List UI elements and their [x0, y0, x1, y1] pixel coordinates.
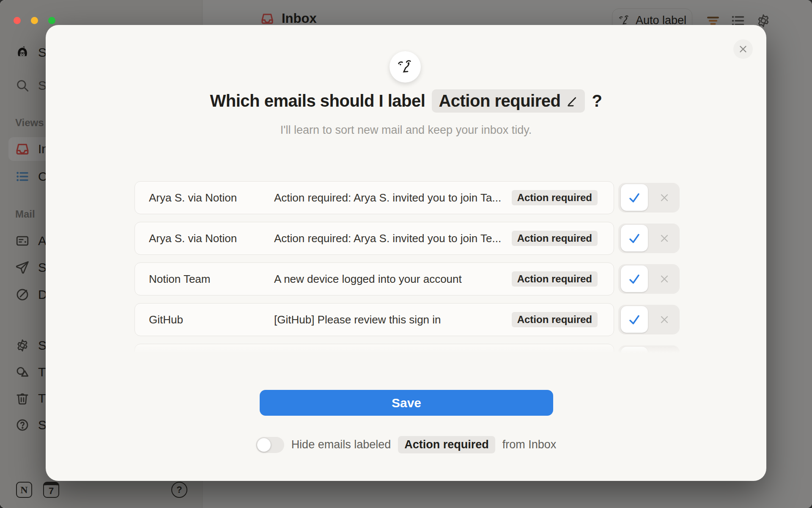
- approve-button[interactable]: [621, 306, 648, 333]
- x-icon: [658, 273, 670, 285]
- email-row: GitHub [GitHub] Please review this sign …: [134, 303, 680, 336]
- approve-button[interactable]: [621, 184, 648, 211]
- hide-labeled-toggle[interactable]: [256, 437, 284, 453]
- edit-pencil-icon: [565, 95, 578, 108]
- email-row: Notion Team A new device logged into you…: [134, 262, 680, 295]
- email-card: [134, 344, 614, 353]
- toggle-text-after: from Inbox: [502, 438, 557, 451]
- email-row: Arya S. via Notion Action required: Arya…: [134, 222, 680, 255]
- face-icon: [396, 58, 414, 76]
- approve-button[interactable]: [621, 225, 648, 251]
- reject-button[interactable]: [651, 306, 678, 333]
- email-row-partial: [134, 344, 680, 353]
- email-card: GitHub [GitHub] Please review this sign …: [134, 303, 614, 336]
- label-decision-control: [618, 345, 680, 353]
- email-example-list: Arya S. via Notion Action required: Arya…: [134, 181, 680, 353]
- label-decision-control: [618, 264, 680, 294]
- dialog-title-question: ?: [592, 91, 602, 110]
- email-label-badge: Action required: [512, 271, 598, 287]
- check-icon: [628, 313, 641, 326]
- email-label-badge: Action required: [512, 231, 598, 246]
- toggle-knob: [257, 438, 271, 452]
- approve-button[interactable]: [621, 265, 648, 292]
- toggle-label-badge: Action required: [398, 436, 495, 453]
- label-decision-control: [618, 305, 680, 334]
- email-subject: Action required: Arya S. invited you to …: [274, 191, 512, 204]
- email-subject: [GitHub] Please review this sign in: [274, 313, 512, 326]
- x-icon: [658, 232, 670, 244]
- label-decision-control: [618, 183, 680, 213]
- email-card: Notion Team A new device logged into you…: [134, 262, 614, 295]
- auto-label-mascot: [390, 51, 421, 83]
- email-card: Arya S. via Notion Action required: Arya…: [134, 181, 614, 214]
- dialog-subtitle: I'll learn to sort new mail and keep you…: [46, 124, 766, 137]
- close-icon: [738, 44, 749, 55]
- email-subject: A new device logged into your account: [274, 273, 512, 286]
- auto-label-dialog: Which emails should I label Action requi…: [46, 25, 766, 481]
- close-window-button[interactable]: [14, 17, 21, 24]
- check-icon: [628, 191, 641, 204]
- email-sender: Arya S. via Notion: [149, 191, 274, 204]
- email-sender: Notion Team: [149, 273, 274, 286]
- email-card: Arya S. via Notion Action required: Arya…: [134, 222, 614, 255]
- x-icon: [658, 314, 670, 326]
- email-label-badge: Action required: [512, 312, 598, 327]
- email-sender: GitHub: [149, 313, 274, 326]
- dialog-title: Which emails should I label Action requi…: [46, 89, 766, 113]
- dialog-title-prefix: Which emails should I label: [210, 91, 425, 110]
- hide-labeled-row: Hide emails labeled Action required from…: [46, 436, 766, 453]
- reject-button[interactable]: [651, 184, 678, 211]
- reject-button[interactable]: [651, 265, 678, 292]
- x-icon: [658, 192, 670, 204]
- email-subject: Action required: Arya S. invited you to …: [274, 232, 512, 245]
- label-decision-control: [618, 224, 680, 253]
- save-button[interactable]: Save: [260, 390, 553, 416]
- email-label-badge: Action required: [512, 190, 598, 205]
- app-window: S S Views In: [0, 0, 812, 508]
- toggle-text-before: Hide emails labeled: [291, 438, 391, 451]
- email-sender: Arya S. via Notion: [149, 232, 274, 245]
- dialog-close-button[interactable]: [733, 39, 753, 59]
- label-name-badge[interactable]: Action required: [432, 89, 585, 113]
- check-icon: [628, 272, 641, 286]
- approve-button[interactable]: [621, 347, 648, 353]
- check-icon: [628, 232, 641, 245]
- zoom-window-button[interactable]: [48, 17, 55, 24]
- minimize-window-button[interactable]: [31, 17, 38, 24]
- reject-button[interactable]: [651, 225, 678, 251]
- email-row: Arya S. via Notion Action required: Arya…: [134, 181, 680, 214]
